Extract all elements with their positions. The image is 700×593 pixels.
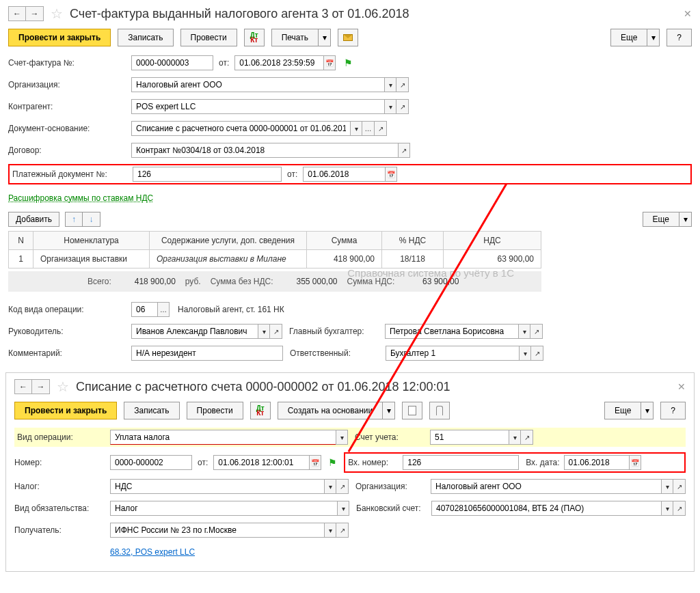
vat-breakdown-link[interactable]: Расшифровка суммы по ставкам НДС [8,193,153,203]
op-type-dropdown-icon[interactable]: ▾ [336,430,348,445]
op-type-input[interactable] [110,430,336,445]
pay-date-input[interactable] [303,167,385,182]
email-button[interactable] [338,29,358,46]
add-button[interactable]: Добавить [8,212,59,227]
pay-doc-label: Платежный документ №: [10,169,133,179]
help-button[interactable]: ? [667,29,692,46]
invoice-date-input[interactable] [234,55,323,70]
pay-doc-input[interactable] [133,167,282,182]
base-more-icon[interactable]: … [362,121,375,136]
move-down-button[interactable]: ↓ [83,212,100,227]
date-input-2[interactable] [213,455,309,470]
in-num-input[interactable] [403,455,519,470]
op-code-browse-icon[interactable]: … [157,302,170,317]
col-n: N [9,232,33,250]
calendar-icon[interactable]: 📅 [323,55,336,70]
favorite-icon-2[interactable]: ☆ [57,378,69,395]
attach-button[interactable] [429,402,450,419]
in-date-input[interactable] [564,455,629,470]
responsible-input[interactable] [386,346,519,361]
check-icon-2: ⚑ [328,457,337,468]
obligation-dropdown-icon[interactable]: ▾ [337,501,349,516]
calendar-icon-2[interactable]: 📅 [309,455,321,470]
resp-open-icon[interactable]: ↗ [531,346,543,361]
post-close-button[interactable]: Провести и закрыть [8,29,111,46]
doc-button[interactable] [402,402,422,419]
more-button[interactable]: Еще [610,29,647,46]
obligation-label: Вид обязательства: [14,504,110,513]
contract-open-icon[interactable]: ↗ [398,143,410,158]
acc-open-icon[interactable]: ↗ [530,324,543,339]
more-dropdown-2[interactable]: ▾ [641,402,654,419]
post-close-button-2[interactable]: Провести и закрыть [14,402,117,419]
close-icon-2[interactable]: ✕ [677,381,686,392]
num-input-2[interactable] [110,455,192,470]
receiver-input[interactable] [110,523,324,538]
org-open-icon-2[interactable]: ↗ [673,479,686,494]
head-input[interactable] [131,324,258,339]
tax-input[interactable] [110,479,324,494]
chief-acc-input[interactable] [385,324,518,339]
bank-dropdown-icon[interactable]: ▾ [661,501,673,516]
more-dropdown[interactable]: ▾ [647,29,660,46]
col-vat: НДС [444,232,541,250]
tax-dropdown-icon[interactable]: ▾ [324,479,336,494]
resp-dropdown-icon[interactable]: ▾ [519,346,531,361]
bank-open-icon[interactable]: ↗ [673,501,686,516]
dtkt-button[interactable]: ДтКт [244,29,265,46]
acc-dropdown-icon[interactable]: ▾ [518,324,530,339]
bank-input[interactable] [431,501,661,516]
counterparty-input[interactable] [131,99,384,114]
table-more-dropdown[interactable]: ▾ [679,212,692,227]
create-based-button[interactable]: Создать на основании [278,402,383,419]
account-dropdown-icon[interactable]: ▾ [509,430,521,445]
account-input[interactable] [430,430,509,445]
org-input[interactable] [131,77,384,92]
cp-open-icon[interactable]: ↗ [396,99,409,114]
org-dropdown-icon-2[interactable]: ▾ [661,479,673,494]
base-dropdown-icon[interactable]: ▾ [350,121,362,136]
receiver-dropdown-icon[interactable]: ▾ [324,523,336,538]
back-button[interactable]: ← [8,6,26,21]
post-button-2[interactable]: Провести [187,402,243,419]
forward-button[interactable]: → [26,6,44,21]
head-open-icon[interactable]: ↗ [270,324,282,339]
base-open-icon[interactable]: ↗ [375,121,387,136]
contract-input[interactable] [131,143,398,158]
invoice-num-input[interactable] [131,55,213,70]
op-code-input[interactable] [131,302,157,317]
print-dropdown[interactable]: ▾ [319,29,331,46]
save-button[interactable]: Записать [118,29,173,46]
window-title-2: Списание с расчетного счета 0000-000002 … [76,380,673,394]
more-button-2[interactable]: Еще [604,402,641,419]
org-input-2[interactable] [431,479,661,494]
move-up-button[interactable]: ↑ [65,212,83,227]
post-button[interactable]: Провести [180,29,237,46]
dtkt-button-2[interactable]: ДтКт [250,402,271,419]
org-label-2: Организация: [355,482,431,491]
favorite-icon[interactable]: ☆ [51,5,63,22]
obligation-input[interactable] [110,501,337,516]
forward-button-2[interactable]: → [32,379,50,394]
table-row[interactable]: 1 Организация выставки Организация выста… [9,250,541,268]
in-calendar-icon[interactable]: 📅 [629,455,641,470]
comment-input[interactable] [131,346,283,361]
account-link[interactable]: 68.32, POS expert LLC [110,547,195,557]
back-button-2[interactable]: ← [14,379,32,394]
print-button[interactable]: Печать [271,29,319,46]
receiver-open-icon[interactable]: ↗ [336,523,349,538]
org-dropdown-icon[interactable]: ▾ [384,77,396,92]
table-more-button[interactable]: Еще [643,212,679,227]
window-title: Счет-фактура выданный налогового агента … [70,7,679,21]
head-dropdown-icon[interactable]: ▾ [258,324,270,339]
tax-open-icon[interactable]: ↗ [336,479,349,494]
close-icon[interactable]: ✕ [684,8,692,19]
cp-dropdown-icon[interactable]: ▾ [384,99,396,114]
save-button-2[interactable]: Записать [124,402,179,419]
org-open-icon[interactable]: ↗ [396,77,409,92]
pay-calendar-icon[interactable]: 📅 [385,167,397,182]
help-button-2[interactable]: ? [660,402,686,419]
create-based-dropdown[interactable]: ▾ [383,402,395,419]
account-open-icon[interactable]: ↗ [521,430,533,445]
base-doc-input[interactable] [131,121,350,136]
